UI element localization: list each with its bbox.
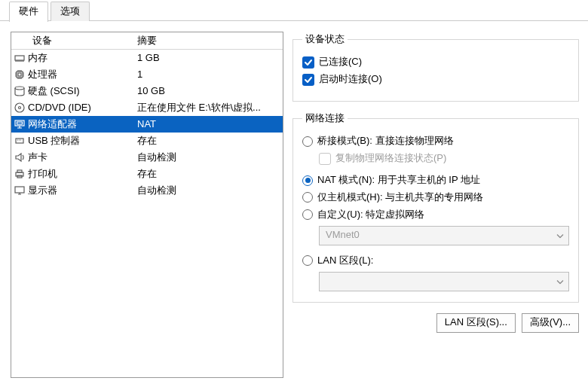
cpu-icon <box>11 69 28 81</box>
svg-rect-7 <box>17 122 23 124</box>
tab-options[interactable]: 选项 <box>51 2 90 21</box>
device-summary: 1 <box>137 69 283 81</box>
checkbox-icon <box>319 153 331 165</box>
display-icon <box>11 184 28 197</box>
radio-custom-label: 自定义(U): 特定虚拟网络 <box>317 209 424 221</box>
device-summary: 存在 <box>137 135 283 148</box>
device-name: USB 控制器 <box>28 135 137 148</box>
chevron-down-icon <box>556 229 564 242</box>
svg-rect-12 <box>15 187 24 193</box>
radio-lan-segment-label: LAN 区段(L): <box>317 254 373 267</box>
device-name: 处理器 <box>28 69 137 81</box>
device-summary: 1 GB <box>137 52 283 65</box>
radio-nat-label: NAT 模式(N): 用于共享主机的 IP 地址 <box>317 174 480 187</box>
connected-checkbox[interactable]: 已连接(C) <box>302 56 569 69</box>
device-summary: 自动检测 <box>137 151 283 164</box>
radio-bridged-label: 桥接模式(B): 直接连接物理网络 <box>317 135 454 148</box>
tab-hardware[interactable]: 硬件 <box>9 2 48 22</box>
printer-icon <box>11 168 28 180</box>
radio-custom[interactable]: 自定义(U): 特定虚拟网络 <box>302 209 569 221</box>
device-name: 打印机 <box>28 168 137 181</box>
network-connection-legend: 网络连接 <box>302 112 348 124</box>
radio-host-only[interactable]: 仅主机模式(H): 与主机共享的专用网络 <box>302 191 569 204</box>
device-row[interactable]: 显示器自动检测 <box>11 182 283 199</box>
device-summary: NAT <box>137 118 283 131</box>
memory-icon <box>11 52 28 64</box>
device-row[interactable]: USB 控制器存在 <box>11 133 283 149</box>
device-summary: 10 GB <box>137 85 283 98</box>
svg-rect-6 <box>15 120 24 126</box>
svg-point-4 <box>15 103 24 112</box>
device-name: 硬盘 (SCSI) <box>28 85 137 98</box>
radio-icon <box>302 209 313 220</box>
replicate-state-checkbox: 复制物理网络连接状态(P) <box>319 152 569 165</box>
svg-point-3 <box>15 87 24 90</box>
device-summary: 正在使用文件 E:\软件\虚拟... <box>137 102 283 114</box>
network-connection-group: 网络连接 桥接模式(B): 直接连接物理网络 复制物理网络连接状态(P) NAT… <box>292 112 579 303</box>
checkbox-icon <box>302 56 314 69</box>
device-name: 声卡 <box>28 151 137 164</box>
device-row[interactable]: 声卡自动检测 <box>11 149 283 166</box>
device-summary: 存在 <box>137 168 283 181</box>
connect-at-power-on-label: 启动时连接(O) <box>319 73 382 86</box>
svg-rect-0 <box>15 56 24 60</box>
replicate-state-label: 复制物理网络连接状态(P) <box>335 152 446 165</box>
device-summary: 自动检测 <box>137 184 283 197</box>
device-list-header: 设备 摘要 <box>11 32 283 50</box>
advanced-button[interactable]: 高级(V)... <box>522 313 579 333</box>
network-icon <box>11 118 28 130</box>
optical-icon <box>11 102 28 114</box>
custom-vmnet-combobox: VMnet0 <box>319 226 569 245</box>
header-device: 设备 <box>28 35 137 47</box>
svg-rect-8 <box>16 139 23 143</box>
sound-icon <box>11 151 28 163</box>
custom-vmnet-value: VMnet0 <box>326 229 360 242</box>
connected-label: 已连接(C) <box>319 56 362 69</box>
header-summary: 摘要 <box>137 35 283 47</box>
radio-nat[interactable]: NAT 模式(N): 用于共享主机的 IP 地址 <box>302 174 569 187</box>
svg-rect-10 <box>17 170 22 172</box>
connect-at-power-on-checkbox[interactable]: 启动时连接(O) <box>302 73 569 86</box>
device-name: 网络适配器 <box>28 118 137 131</box>
radio-icon <box>302 255 313 266</box>
radio-icon <box>302 175 313 186</box>
radio-bridged[interactable]: 桥接模式(B): 直接连接物理网络 <box>302 135 569 148</box>
radio-icon <box>302 192 313 203</box>
device-row[interactable]: 硬盘 (SCSI)10 GB <box>11 83 283 99</box>
device-status-legend: 设备状态 <box>302 33 348 45</box>
chevron-down-icon <box>556 275 564 288</box>
disk-icon <box>11 85 28 97</box>
device-row[interactable]: CD/DVD (IDE)正在使用文件 E:\软件\虚拟... <box>11 99 283 116</box>
radio-lan-segment[interactable]: LAN 区段(L): <box>302 254 569 267</box>
settings-panel: 设备状态 已连接(C) 启动时连接(O) 网络连接 桥接模式(B): 直接连接物… <box>292 32 579 378</box>
radio-icon <box>302 136 313 147</box>
device-list[interactable]: 设备 摘要 内存1 GB处理器1硬盘 (SCSI)10 GBCD/DVD (ID… <box>11 32 283 378</box>
tab-bar: 硬件 选项 <box>0 0 588 21</box>
device-status-group: 设备状态 已连接(C) 启动时连接(O) <box>292 33 579 102</box>
svg-rect-2 <box>18 73 21 76</box>
device-name: 内存 <box>28 52 137 65</box>
device-row[interactable]: 处理器1 <box>11 66 283 83</box>
svg-point-5 <box>19 107 21 109</box>
device-row[interactable]: 打印机存在 <box>11 166 283 182</box>
usb-icon <box>11 135 28 147</box>
device-row[interactable]: 网络适配器NAT <box>11 116 283 133</box>
lan-segment-combobox <box>319 272 569 291</box>
svg-rect-1 <box>17 72 23 78</box>
checkbox-icon <box>302 74 314 86</box>
radio-host-only-label: 仅主机模式(H): 与主机共享的专用网络 <box>317 191 483 204</box>
device-name: CD/DVD (IDE) <box>28 102 137 114</box>
device-name: 显示器 <box>28 184 137 197</box>
device-row[interactable]: 内存1 GB <box>11 50 283 66</box>
lan-segments-button[interactable]: LAN 区段(S)... <box>436 313 516 333</box>
